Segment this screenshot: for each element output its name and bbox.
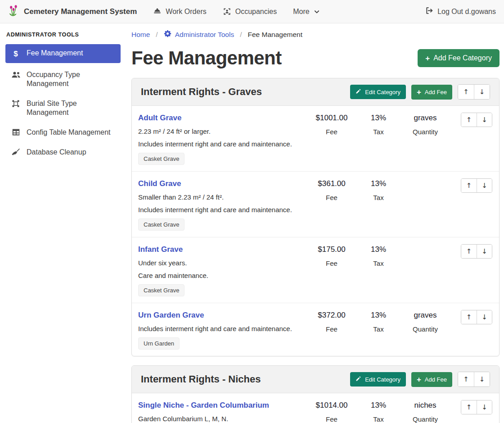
app-brand[interactable]: Cemetery Management System (8, 5, 137, 18)
move-fee-down-button[interactable]: ↓ (477, 400, 492, 414)
sidebar-item-database-cleanup[interactable]: Database Cleanup (5, 144, 121, 160)
edit-category-label: Edit Category (365, 376, 400, 383)
category-reorder-group: ↑ ↓ (458, 84, 490, 100)
move-fee-down-button[interactable]: ↓ (477, 179, 492, 192)
sidebar-item-label: Occupancy Type Management (27, 70, 115, 88)
chevron-down-icon (314, 9, 320, 15)
sidebar-item-label: Fee Management (27, 49, 83, 58)
add-fee-button[interactable]: + Add Fee (411, 85, 452, 100)
edit-category-label: Edit Category (365, 89, 400, 96)
edit-category-button[interactable]: Edit Category (350, 372, 406, 387)
fee-reorder-group: ↑ ↓ (461, 113, 492, 127)
plus-icon: + (425, 55, 430, 62)
nav-more[interactable]: More (293, 8, 320, 16)
fee-type-badge: Casket Grave (138, 284, 184, 296)
add-fee-button[interactable]: + Add Fee (411, 372, 452, 387)
breadcrumb-home-link[interactable]: Home (131, 31, 150, 39)
fee-amount-label: Fee (308, 259, 355, 267)
move-category-up-button[interactable]: ↑ (458, 372, 474, 387)
breadcrumb-separator: / (240, 31, 242, 39)
tax-value: 13% (355, 179, 402, 188)
edit-category-button[interactable]: Edit Category (350, 85, 406, 99)
quantity-value: niches (402, 401, 449, 410)
fee-row: Urn Garden Grave Includes interment righ… (132, 303, 499, 356)
fee-type-badge: Casket Grave (138, 218, 184, 231)
sidebar-heading: ADMINISTRATOR TOOLS (6, 32, 121, 38)
fee-amount-column: $175.00 Fee (308, 244, 355, 267)
nav-occupancies[interactable]: Occupancies (223, 7, 277, 16)
fee-name-link[interactable]: Child Grave (138, 179, 181, 188)
breadcrumb-current: Fee Management (248, 31, 303, 39)
sidebar-item-burial-site-type[interactable]: Burial Site Type Management (5, 96, 121, 121)
category-title: Interment Rights - Niches (141, 373, 350, 385)
gear-icon (164, 30, 171, 39)
app-title: Cemetery Management System (24, 7, 137, 16)
sidebar-item-fee-management[interactable]: $ Fee Management (5, 44, 121, 63)
nav-work-orders-label: Work Orders (166, 8, 206, 16)
quantity-value: graves (402, 114, 449, 123)
tax-column: 13% Tax (355, 113, 402, 136)
fee-amount-column: $1014.00 Fee (308, 400, 355, 423)
sidebar-item-config-table[interactable]: Config Table Management (5, 124, 121, 141)
fee-category-card-niches: Interment Rights - Niches Edit Category … (131, 365, 500, 423)
move-fee-up-button[interactable]: ↑ (461, 179, 477, 192)
fee-amount: $1014.00 (308, 401, 355, 410)
users-icon (11, 71, 21, 79)
fee-amount-column: $372.00 Fee (308, 310, 355, 333)
move-category-up-button[interactable]: ↑ (458, 85, 474, 99)
category-title: Interment Rights - Graves (141, 86, 350, 98)
fee-amount-label: Fee (308, 128, 355, 136)
tax-label: Tax (355, 194, 402, 201)
move-fee-up-button[interactable]: ↑ (461, 310, 477, 324)
fee-reorder-group: ↑ ↓ (461, 400, 492, 414)
move-fee-up-button[interactable]: ↑ (461, 245, 477, 258)
move-fee-down-button[interactable]: ↓ (477, 113, 492, 127)
fee-amount-label: Fee (308, 194, 355, 201)
tulip-logo-icon (8, 5, 20, 18)
tax-label: Tax (355, 325, 402, 333)
fee-description: Under six years. (138, 259, 308, 267)
category-header: Interment Rights - Graves Edit Category … (132, 78, 499, 106)
move-category-down-button[interactable]: ↓ (474, 85, 490, 99)
dollar-icon: $ (11, 49, 21, 59)
sidebar-item-label: Config Table Management (27, 128, 111, 137)
fee-name-link[interactable]: Infant Grave (138, 245, 183, 254)
fee-name-link[interactable]: Urn Garden Grave (138, 311, 204, 320)
fee-name-link[interactable]: Adult Grave (138, 114, 181, 123)
nav-occupancies-label: Occupancies (235, 8, 277, 16)
tax-value: 13% (355, 311, 402, 320)
breadcrumb-separator: / (156, 31, 158, 39)
plus-icon: + (417, 376, 421, 383)
fee-type-badge: Urn Garden (138, 337, 180, 350)
fee-description: Garden Columbarium L, M, N. (138, 415, 308, 423)
tax-column: 13% Tax (355, 310, 402, 333)
move-fee-up-button[interactable]: ↑ (461, 400, 477, 414)
quantity-column (402, 244, 449, 245)
sidebar: ADMINISTRATOR TOOLS $ Fee Management Occ… (0, 23, 126, 164)
nav-work-orders[interactable]: Work Orders (153, 7, 206, 16)
occupancy-icon (223, 7, 231, 16)
breadcrumb: Home / Administrator Tools / Fee Managem… (131, 30, 500, 39)
fee-amount: $175.00 (308, 245, 355, 254)
sidebar-item-occupancy-type[interactable]: Occupancy Type Management (5, 67, 121, 92)
fee-amount: $361.00 (308, 179, 355, 188)
add-fee-label: Add Fee (425, 376, 447, 383)
logout-label: Log Out d.gowans (437, 8, 496, 16)
tax-column: 13% Tax (355, 244, 402, 267)
move-category-down-button[interactable]: ↓ (474, 372, 490, 387)
fee-amount: $372.00 (308, 311, 355, 320)
pencil-icon (356, 88, 361, 96)
logout-button[interactable]: Log Out d.gowans (425, 6, 496, 17)
sidebar-item-label: Burial Site Type Management (27, 99, 115, 117)
add-fee-category-button[interactable]: + Add Fee Category (418, 49, 500, 67)
breadcrumb-admin-tools-link[interactable]: Administrator Tools (164, 30, 234, 39)
fee-name-link[interactable]: Single Niche - Garden Columbarium (138, 401, 269, 410)
fee-description: Smaller than 2.23 m² / 24 ft². (138, 193, 308, 201)
tax-label: Tax (355, 128, 402, 136)
move-fee-down-button[interactable]: ↓ (477, 245, 492, 258)
category-header: Interment Rights - Niches Edit Category … (132, 366, 499, 393)
quantity-column: graves Quantity (402, 310, 449, 333)
move-fee-up-button[interactable]: ↑ (461, 113, 477, 127)
move-fee-down-button[interactable]: ↓ (477, 310, 492, 324)
plus-icon: + (417, 88, 421, 96)
